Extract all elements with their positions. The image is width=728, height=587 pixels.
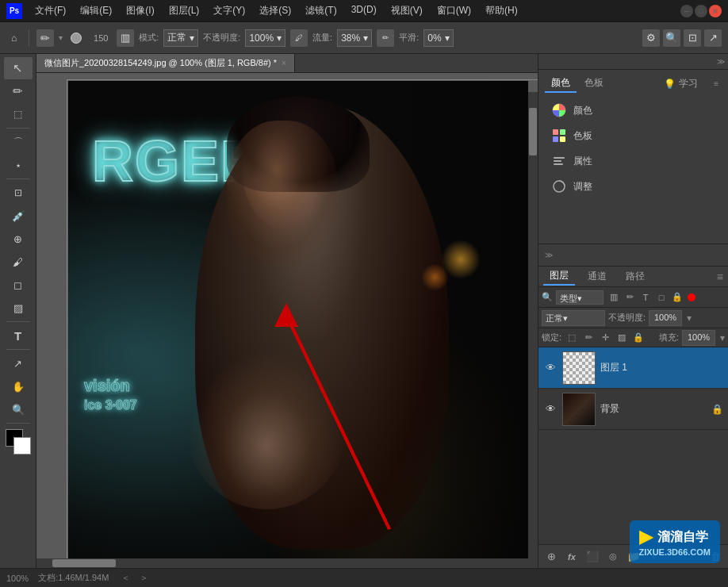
color-swatches[interactable]: [6, 429, 31, 455]
background-color[interactable]: [13, 437, 31, 455]
layers-menu-icon[interactable]: ≡: [717, 270, 723, 283]
brush-tool[interactable]: ✏: [4, 80, 33, 102]
home-button[interactable]: ⌂: [6, 30, 21, 46]
tab-layers[interactable]: 图层: [543, 267, 575, 286]
menu-layer[interactable]: 图层(L): [163, 2, 206, 19]
svg-rect-8: [554, 163, 563, 165]
more-options-icon[interactable]: ⊡: [684, 29, 701, 47]
paint-tool[interactable]: 🖌: [4, 251, 33, 273]
gradient-tool[interactable]: ▨: [4, 297, 33, 319]
scrollbar-thumb[interactable]: [529, 108, 537, 155]
brush-dropdown-arrow[interactable]: ▾: [59, 33, 63, 42]
opacity-input[interactable]: 100%: [649, 310, 682, 326]
fill-input[interactable]: 100%: [682, 330, 715, 346]
layer-item-background[interactable]: 👁 背景 🔒: [538, 389, 728, 430]
horizontal-scrollbar[interactable]: [36, 558, 528, 568]
mode-dropdown[interactable]: 正常 ▾: [163, 29, 198, 47]
scroll-arrow-left[interactable]: ＜: [121, 572, 130, 584]
svg-rect-3: [560, 129, 565, 135]
brush-size-preview[interactable]: [67, 29, 85, 47]
learn-tab[interactable]: 💡 学习: [657, 75, 704, 92]
menu-filter[interactable]: 滤镜(T): [299, 2, 343, 19]
collapse-arrow[interactable]: ≫: [717, 57, 725, 66]
crop-tool[interactable]: ⊡: [4, 182, 33, 204]
opacity-arrow[interactable]: ▾: [687, 313, 692, 324]
type-tool[interactable]: T: [4, 324, 33, 347]
minimize-button[interactable]: ─: [680, 5, 693, 17]
layers-collapse-arrow[interactable]: ≫: [545, 251, 553, 259]
adjustment-layer-icon[interactable]: ◎: [605, 549, 621, 565]
menu-text[interactable]: 文字(Y): [207, 2, 251, 19]
menu-image[interactable]: 图像(I): [120, 2, 160, 19]
canvas-container[interactable]: RGER visión ice 3·007: [36, 73, 538, 568]
menu-3d[interactable]: 3D(D): [345, 2, 383, 19]
adjustments-icon-item[interactable]: 调整: [548, 177, 718, 196]
panel-1-collapse[interactable]: ≡: [711, 78, 722, 90]
move-tool[interactable]: ↖: [4, 57, 33, 79]
menu-select[interactable]: 选择(S): [253, 2, 297, 19]
selection-tool[interactable]: ⬚: [4, 103, 33, 125]
blend-mode-dropdown[interactable]: 正常▾: [542, 310, 605, 326]
magic-wand-tool[interactable]: ⋆: [4, 154, 33, 176]
share-icon[interactable]: ↗: [704, 29, 722, 47]
bg-layer-visibility[interactable]: 👁: [543, 402, 557, 416]
menu-view[interactable]: 视图(V): [385, 2, 429, 19]
menu-window[interactable]: 窗口(W): [431, 2, 477, 19]
lock-all-icon[interactable]: 🔒: [631, 331, 646, 345]
opacity-dropdown[interactable]: 100% ▾: [245, 29, 285, 47]
lock-paint-icon[interactable]: ✏: [581, 331, 596, 345]
tab-swatches[interactable]: 色板: [578, 75, 610, 93]
fill-arrow[interactable]: ▾: [720, 332, 725, 343]
layer-1-visibility[interactable]: 👁: [543, 361, 557, 375]
menu-help[interactable]: 帮助(H): [479, 2, 524, 19]
brush-tool-icon[interactable]: ✏: [36, 29, 54, 47]
heal-tool[interactable]: ⊕: [4, 228, 33, 250]
menu-file[interactable]: 文件(F): [29, 2, 72, 19]
menu-edit[interactable]: 编辑(E): [74, 2, 118, 19]
mask-icon[interactable]: ▥: [117, 29, 134, 47]
canvas-tab[interactable]: 微信图片_20200328154249.jpg @ 100% (图层 1, RG…: [36, 54, 295, 72]
scroll-arrow-right[interactable]: ＞: [140, 572, 148, 584]
color-icon-item[interactable]: 颜色: [548, 101, 718, 120]
layer-item-1[interactable]: 👁 图层 1: [538, 347, 728, 389]
ps-icon: Ps: [6, 3, 22, 19]
settings-icon[interactable]: ⚙: [642, 29, 660, 47]
pressure-opacity-icon[interactable]: 🖊: [290, 29, 308, 47]
filter-lock-icon[interactable]: 🔒: [670, 290, 684, 305]
tab-color[interactable]: 颜色: [545, 75, 577, 93]
zoom-tool[interactable]: 🔍: [4, 398, 33, 420]
eraser-tool[interactable]: ◻: [4, 274, 33, 296]
fx-icon[interactable]: fx: [564, 549, 580, 565]
link-layers-icon[interactable]: ⊕: [543, 549, 559, 565]
vertical-scrollbar[interactable]: [528, 92, 538, 568]
tab-close-button[interactable]: ×: [282, 59, 286, 67]
eyedropper-tool[interactable]: 💉: [4, 205, 33, 227]
lock-artboard-icon[interactable]: ▨: [615, 331, 629, 345]
properties-icon-item[interactable]: 属性: [548, 152, 718, 171]
smooth-dropdown[interactable]: 0% ▾: [423, 29, 453, 47]
lock-move-icon[interactable]: ✛: [598, 331, 612, 345]
layers-tabs-bar: 图层 通道 路径 ≡: [538, 267, 728, 287]
swatches-icon-item[interactable]: 色板: [548, 126, 718, 145]
tab-paths[interactable]: 路径: [619, 268, 651, 285]
search-icon[interactable]: 🔍: [663, 29, 680, 47]
filter-fx-icon[interactable]: T: [638, 290, 653, 305]
hand-tool[interactable]: ✋: [4, 375, 33, 397]
lock-transparent-icon[interactable]: ⬚: [565, 331, 579, 345]
add-mask-icon[interactable]: ⬛: [584, 549, 600, 565]
pressure-flow-icon[interactable]: ✏: [377, 29, 394, 47]
flow-dropdown[interactable]: 38% ▾: [337, 29, 372, 47]
filter-toggle[interactable]: [688, 294, 695, 301]
close-button[interactable]: ✕: [709, 5, 722, 17]
filter-brush-icon[interactable]: ✏: [623, 290, 637, 305]
filter-shape-icon[interactable]: □: [654, 290, 669, 305]
filter-pixel-icon[interactable]: ▥: [607, 290, 621, 305]
filter-type-dropdown[interactable]: 类型▾: [556, 290, 603, 305]
h-scrollbar-thumb[interactable]: [52, 559, 116, 567]
properties-label: 属性: [573, 155, 592, 168]
maximize-button[interactable]: □: [695, 5, 707, 17]
tab-channels[interactable]: 通道: [581, 268, 613, 285]
lasso-tool[interactable]: ⌒: [4, 131, 33, 153]
path-tool[interactable]: ↗: [4, 352, 33, 374]
bg-layer-lock[interactable]: 🔒: [711, 404, 723, 415]
